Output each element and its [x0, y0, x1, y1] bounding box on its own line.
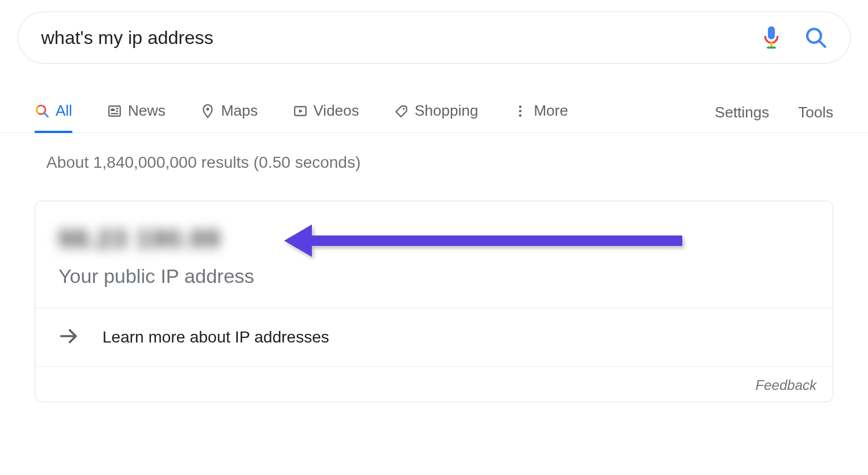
card-footer: Feedback	[35, 366, 833, 402]
tab-label: All	[56, 102, 72, 120]
learn-more-text: Learn more about IP addresses	[102, 328, 329, 347]
svg-rect-0	[768, 27, 775, 40]
svg-rect-9	[111, 108, 115, 111]
tab-all[interactable]: All	[35, 93, 72, 133]
tab-maps[interactable]: Maps	[200, 93, 258, 133]
search-tabs-left: All News Maps Videos	[35, 93, 715, 133]
tab-label: Shopping	[415, 102, 479, 120]
more-icon	[513, 104, 528, 119]
learn-more-link[interactable]: Learn more about IP addresses	[35, 308, 833, 366]
tab-label: Videos	[314, 102, 359, 120]
tab-label: News	[128, 102, 165, 120]
tab-shopping[interactable]: Shopping	[394, 93, 479, 133]
svg-marker-15	[299, 109, 303, 113]
shopping-icon	[394, 104, 409, 119]
svg-point-17	[519, 105, 521, 108]
search-icon[interactable]	[805, 27, 827, 49]
annotation-arrow	[284, 224, 682, 257]
tab-label: Maps	[221, 102, 258, 120]
tab-more[interactable]: More	[513, 93, 568, 133]
tools-link[interactable]: Tools	[798, 104, 833, 121]
voice-search-icon[interactable]	[761, 25, 782, 50]
maps-icon	[200, 104, 215, 119]
search-tabs-right: Settings Tools	[715, 104, 833, 121]
settings-link[interactable]: Settings	[715, 104, 769, 121]
tab-news[interactable]: News	[107, 93, 165, 133]
search-tabs: All News Maps Videos	[0, 93, 868, 133]
search-bar	[17, 12, 851, 64]
ip-answer-top: 98.23 190.99 Your public IP address	[35, 201, 833, 308]
ip-label: Your public IP address	[58, 265, 810, 288]
arrow-shaft	[312, 235, 682, 246]
svg-point-19	[519, 114, 521, 116]
svg-point-13	[206, 108, 209, 111]
svg-point-18	[519, 109, 521, 112]
svg-line-4	[819, 41, 825, 46]
svg-line-7	[45, 113, 48, 116]
tab-videos[interactable]: Videos	[293, 93, 359, 133]
feedback-link[interactable]: Feedback	[756, 377, 816, 393]
arrow-left-icon	[284, 224, 312, 257]
search-bar-icons	[761, 25, 827, 50]
videos-icon	[293, 104, 308, 119]
search-mini-icon	[35, 104, 50, 119]
ip-value: 98.23 190.99	[58, 224, 221, 253]
search-input[interactable]	[41, 27, 761, 49]
news-icon	[107, 104, 122, 119]
result-stats: About 1,840,000,000 results (0.50 second…	[46, 153, 868, 172]
tab-label: More	[534, 102, 568, 120]
ip-answer-card: 98.23 190.99 Your public IP address Lear…	[35, 201, 833, 402]
arrow-right-icon	[58, 326, 79, 349]
svg-point-16	[403, 108, 404, 109]
